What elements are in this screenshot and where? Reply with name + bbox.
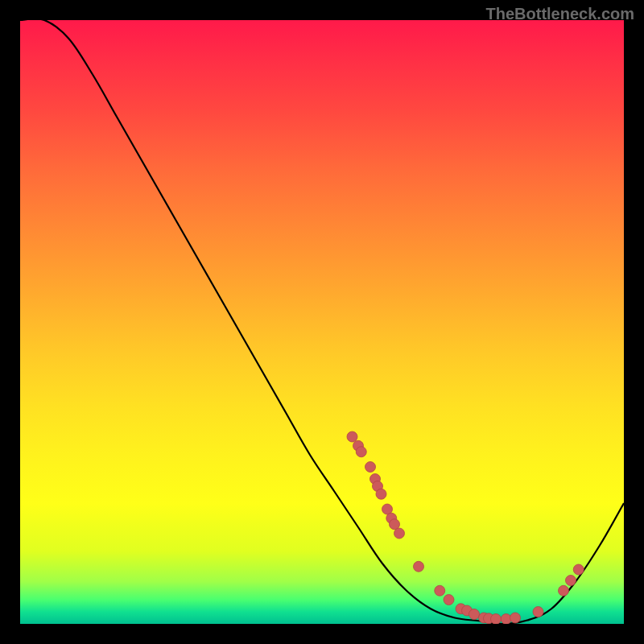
data-point xyxy=(566,576,576,586)
data-point xyxy=(414,561,424,572)
chart-svg xyxy=(20,20,624,624)
data-point xyxy=(356,447,366,457)
data-point xyxy=(444,595,454,605)
data-point xyxy=(491,614,502,625)
data-point xyxy=(435,585,445,596)
data-point xyxy=(365,462,376,473)
watermark-text: TheBottleneck.com xyxy=(486,5,634,23)
bottleneck-curve xyxy=(20,20,624,624)
data-point xyxy=(347,431,357,442)
plot-area xyxy=(20,20,624,624)
data-point xyxy=(533,607,543,617)
data-point xyxy=(469,609,480,620)
data-point xyxy=(559,585,569,596)
data-points xyxy=(347,431,584,624)
data-point xyxy=(573,564,584,575)
data-point xyxy=(394,528,405,539)
chart-container: TheBottleneck.com xyxy=(0,0,644,644)
data-point xyxy=(510,613,521,623)
data-point xyxy=(376,489,386,499)
